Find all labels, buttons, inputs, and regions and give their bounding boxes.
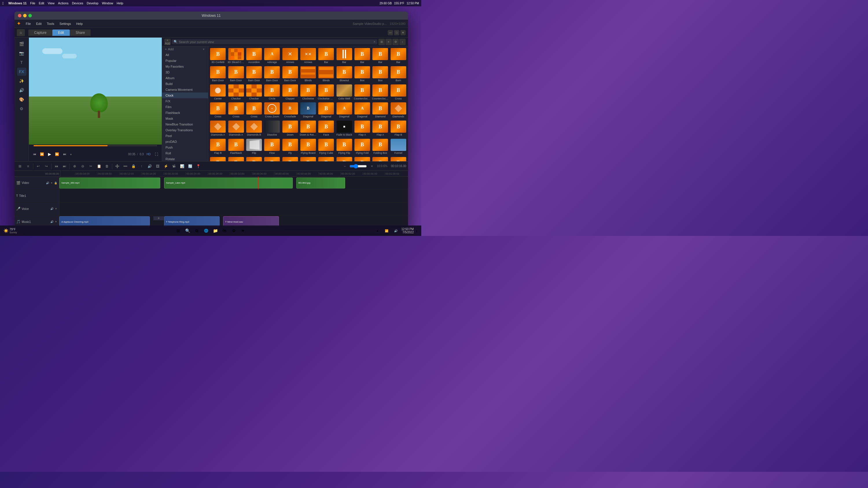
sidebar-icon-media[interactable]: 📷 — [17, 49, 26, 57]
cat-item-3d[interactable]: 3D — [162, 69, 208, 75]
transition-left-rotate[interactable]: B Left & Rotate — [300, 156, 316, 161]
tb-rotate-button[interactable]: 🔄 — [186, 162, 194, 170]
scrubber-bar[interactable] — [29, 144, 162, 147]
transition-hinge[interactable]: B Hinge — [246, 156, 262, 161]
app-menu-file[interactable]: File — [24, 22, 33, 26]
cat-item-popular[interactable]: Popular — [162, 58, 208, 64]
transition-flow[interactable]: B Flow — [264, 138, 280, 155]
transition-flap-a1[interactable]: B Flap A — [354, 120, 371, 137]
voice-track-expand[interactable]: ▼ — [55, 207, 57, 210]
mac-menu-item-edit[interactable]: Edit — [39, 1, 44, 5]
tab-capture[interactable]: Capture — [28, 30, 52, 36]
transition-down[interactable]: B Down — [281, 120, 298, 137]
taskbar-start-button[interactable]: ⊞ — [175, 227, 182, 234]
clip-sample360[interactable]: Sample_360.mp4 — [59, 177, 160, 189]
transition-3d-sliced-cubes[interactable]: 3D Sliced Cubes — [227, 47, 244, 64]
cat-item-clock[interactable]: Clock — [162, 93, 208, 98]
transition-mask-c[interactable]: B MaskC — [390, 156, 407, 161]
transition-lens[interactable]: B Lens — [318, 156, 335, 161]
skip-end-button[interactable]: ⏭ — [61, 151, 68, 157]
tb-volume-button[interactable]: 🔊 — [146, 162, 153, 170]
play-button[interactable]: ▶ — [46, 151, 53, 157]
transition-iris[interactable]: B Iris — [264, 156, 280, 161]
mac-menu-item-windows11[interactable]: Windows 11 — [8, 1, 27, 5]
cat-item-all[interactable]: All — [162, 52, 208, 58]
taskbar-settings-button[interactable]: ⚙ — [230, 227, 238, 234]
transition-arrows1[interactable]: ✕ Arrows — [281, 47, 298, 64]
cat-item-flashback[interactable]: Flashback — [162, 110, 208, 116]
transition-fly[interactable]: B Fly — [281, 138, 298, 155]
transition-diamond[interactable]: B Diamond — [372, 102, 389, 119]
clear-search-button[interactable]: ✕ — [373, 40, 376, 43]
transition-flap-b2[interactable]: B Flap B — [210, 138, 226, 155]
transition-blowout[interactable]: B Blowout — [336, 66, 353, 83]
show-desktop-button[interactable]: | — [415, 227, 418, 234]
transition-bar4[interactable]: B Bar — [372, 47, 389, 64]
zoom-slider[interactable] — [349, 164, 367, 168]
cat-item-overlay[interactable]: Overlay Transitions — [162, 127, 208, 133]
transition-barn-door4[interactable]: B Barn Door — [264, 66, 280, 83]
transition-clockwise[interactable]: B Clockwise — [300, 84, 316, 101]
tb-copy-button[interactable]: 📋 — [95, 162, 103, 170]
transition-checker2[interactable]: Checker — [246, 84, 262, 101]
sidebar-icon-color[interactable]: 🎨 — [17, 95, 26, 103]
app-menu-tools[interactable]: Tools — [44, 22, 57, 26]
transition-circle[interactable]: B Circle — [264, 84, 280, 101]
tb-remove-button[interactable]: ⊖ — [79, 162, 87, 170]
transition-fade-to-black[interactable]: ■ Fade to black — [336, 120, 353, 137]
transition-counterclockwise1[interactable]: B Counterclockwise — [354, 84, 371, 101]
tb-up-button[interactable]: ↑ — [138, 162, 145, 170]
cat-item-fx[interactable]: F/X — [162, 98, 208, 104]
transition-diagonal1[interactable]: B Diagonal — [300, 102, 316, 119]
tb-insert-button[interactable]: ⊕ — [71, 162, 79, 170]
prev-frame-button[interactable]: ⏪ — [39, 151, 45, 157]
transition-face[interactable]: B Face — [318, 120, 335, 137]
transition-flying-flip[interactable]: B Flying Flip — [336, 138, 353, 155]
tb-list-button[interactable]: ≡ — [24, 162, 32, 170]
tab-edit[interactable]: Edit — [52, 30, 70, 36]
tb-undo-button[interactable]: ↩ — [34, 162, 42, 170]
transition-barn-door3[interactable]: B Barn Door — [246, 66, 262, 83]
transition-diamonds-a1[interactable]: Diamonds A — [210, 120, 226, 137]
search-input[interactable] — [179, 40, 372, 44]
tb-image-button[interactable]: 🖼 — [154, 162, 161, 170]
restore-panel-button[interactable]: □ — [394, 30, 399, 35]
transition-folding-box[interactable]: B Folding Box — [372, 138, 389, 155]
list-view-button[interactable]: ≡ — [385, 39, 392, 45]
transition-barn-door1[interactable]: B Barn Door — [210, 66, 226, 83]
transition-3d-confetti[interactable]: B 3D Confetti — [210, 47, 226, 64]
cat-add-button[interactable]: +Add ▼ — [162, 46, 208, 52]
sidebar-icon-transitions[interactable]: FX — [17, 68, 26, 76]
transition-color-melt[interactable]: Color Melt — [336, 84, 353, 101]
skip-start-button[interactable]: ⏮ — [31, 151, 38, 157]
app-menu-help[interactable]: Help — [74, 22, 85, 26]
transition-bar1[interactable]: B Bar — [318, 47, 335, 64]
taskbar-edge-button[interactable]: 🌐 — [202, 227, 210, 234]
taskbar-taskview-button[interactable]: ⧉ — [193, 227, 200, 234]
video-track-expand[interactable]: ▼ — [50, 182, 53, 185]
transition-diagonal4[interactable]: A Diagonal — [354, 102, 371, 119]
video-track-content[interactable]: Sample_360.mp4 Sample_Lake.mp4 BG-B02.jp… — [59, 176, 408, 189]
title-track-content[interactable] — [59, 190, 408, 202]
tb-zoom-minus-button[interactable]: − — [341, 162, 348, 170]
tb-chart-button[interactable]: 📊 — [178, 162, 186, 170]
cat-item-push[interactable]: Push — [162, 144, 208, 150]
transition-clapper[interactable]: B Clapper — [281, 84, 298, 101]
transition-barn-door5[interactable]: B Barn Door — [281, 66, 298, 83]
transition-clockwise-bal[interactable]: B Clockwise & Bal... — [318, 84, 335, 101]
tb-zoom-plus-button[interactable]: + — [368, 162, 376, 170]
transition-funnel[interactable]: Funnel — [390, 138, 407, 155]
tb-skip-prev-button[interactable]: ⏮ — [53, 162, 60, 170]
transition-mask-a[interactable]: B MaskA — [354, 156, 371, 161]
sidebar-icon-video[interactable]: 🎬 — [17, 40, 26, 48]
sort-button[interactable]: ↕ — [399, 39, 406, 45]
taskbar-notify-button[interactable]: ∧ — [374, 227, 381, 234]
taskbar-app-button[interactable]: ✦ — [239, 227, 247, 234]
taskbar-volume-button[interactable]: 🔊 — [392, 227, 400, 234]
transition-box2[interactable]: B Box — [372, 66, 389, 83]
transition-blinds1[interactable]: Blinds — [300, 66, 316, 83]
transition-flying-cube[interactable]: B Flying Cube — [318, 138, 335, 155]
video-track-mute[interactable]: 🔊 — [46, 182, 49, 185]
video-track-lock[interactable]: 🔒 — [54, 182, 57, 185]
transition-flying-fold[interactable]: B Flying Fold — [354, 138, 371, 155]
